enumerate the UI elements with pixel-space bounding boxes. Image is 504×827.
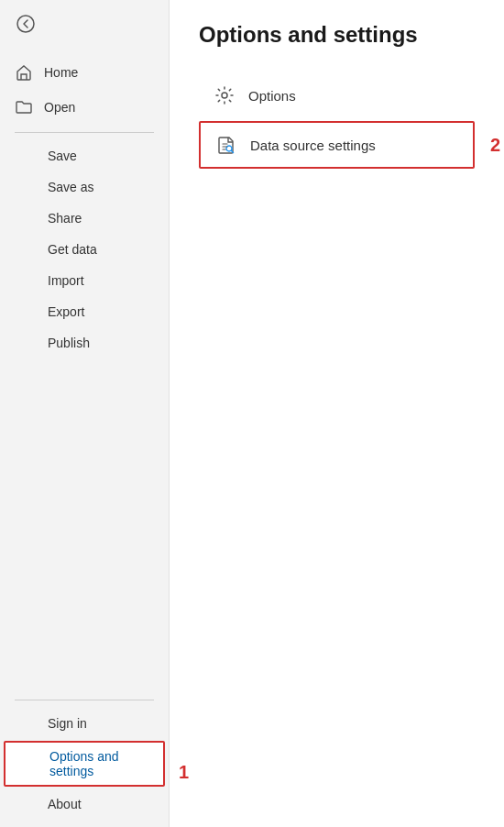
sidebar-item-share[interactable]: Share (0, 203, 169, 234)
settings-item-options[interactable]: Options (199, 73, 475, 117)
sidebar-item-open-label: Open (44, 100, 75, 115)
open-folder-icon (15, 98, 33, 116)
sidebar-divider-bottom (15, 700, 154, 700)
sidebar-item-export-label: Export (48, 304, 84, 319)
sidebar-item-sign-in-label: Sign in (48, 716, 87, 731)
sidebar-item-get-data-label: Get data (48, 242, 97, 257)
sidebar-item-open[interactable]: Open (0, 90, 169, 125)
sidebar-item-share-label: Share (48, 211, 82, 226)
gear-icon (214, 84, 236, 106)
sidebar-item-import-label: Import (48, 273, 84, 288)
sidebar-top: Home Open Save Save as Share Get data Im… (0, 44, 169, 692)
options-settings-badge: 1 (179, 762, 189, 783)
sidebar-item-about[interactable]: About (0, 788, 169, 820)
sidebar-item-get-data[interactable]: Get data (0, 234, 169, 265)
page-title: Options and settings (199, 22, 475, 48)
home-icon (15, 63, 33, 82)
settings-item-options-label: Options (248, 88, 296, 104)
svg-point-1 (222, 93, 227, 98)
sidebar-item-options-settings-label: Options and settings (49, 749, 119, 778)
sidebar-item-sign-in[interactable]: Sign in (0, 708, 169, 739)
sidebar-item-home[interactable]: Home (0, 55, 169, 90)
sidebar-item-about-label: About (48, 797, 82, 811)
sidebar-item-options-settings[interactable]: Options and settings (4, 741, 165, 787)
sidebar-item-save-as-label: Save as (48, 180, 94, 194)
data-source-badge: 2 (490, 135, 500, 156)
sidebar-item-home-label: Home (44, 65, 78, 80)
sidebar-item-import[interactable]: Import (0, 265, 169, 296)
sidebar-bottom: Sign in Options and settings 1 About (0, 692, 169, 827)
main-content: Options and settings Options (170, 0, 504, 827)
data-source-icon (215, 134, 237, 156)
sidebar-item-export[interactable]: Export (0, 296, 169, 327)
settings-item-data-source-label: Data source settings (250, 138, 376, 153)
settings-list: Options Data source settings 2 (199, 73, 475, 169)
svg-point-0 (17, 16, 34, 32)
sidebar-item-publish[interactable]: Publish (0, 327, 169, 358)
sidebar: Home Open Save Save as Share Get data Im… (0, 0, 170, 827)
sidebar-item-save-label: Save (48, 149, 77, 163)
sidebar-item-publish-label: Publish (48, 336, 90, 350)
settings-item-data-source[interactable]: Data source settings (199, 121, 475, 169)
sidebar-divider-top (15, 132, 154, 133)
back-button[interactable] (11, 9, 40, 39)
sidebar-item-save-as[interactable]: Save as (0, 171, 169, 203)
sidebar-item-save[interactable]: Save (0, 140, 169, 171)
